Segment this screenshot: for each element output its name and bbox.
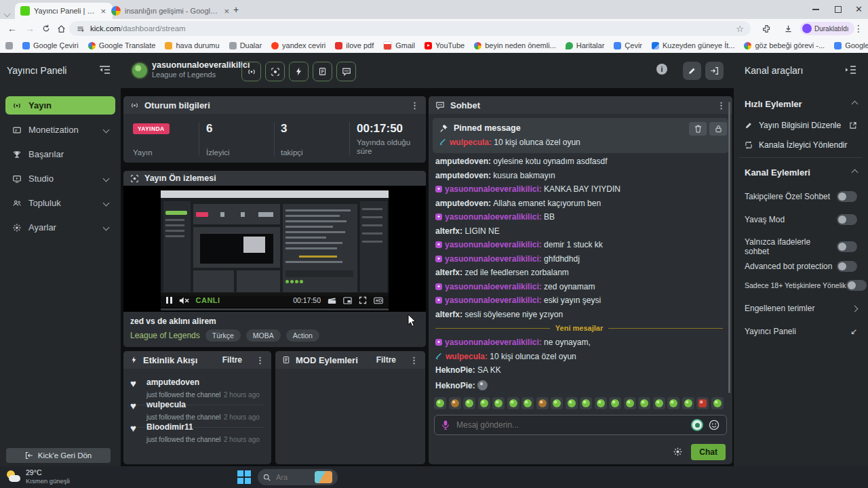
start-button[interactable] <box>237 470 251 484</box>
followers-only-toggle[interactable] <box>837 191 857 202</box>
emote-button[interactable] <box>667 397 679 409</box>
microphone-icon[interactable] <box>441 420 450 430</box>
collapse-right-panel-button[interactable] <box>705 62 724 80</box>
bookmark[interactable]: Haritalar <box>566 41 605 49</box>
bot-protection-toggle[interactable] <box>837 261 857 272</box>
emote-button[interactable] <box>463 397 475 409</box>
bookmark[interactable]: Çevir <box>614 41 642 49</box>
emote-button[interactable] <box>492 397 505 409</box>
chat-toggle-button[interactable] <box>336 62 356 81</box>
new-tab-button[interactable]: + <box>233 4 239 15</box>
emotes-only-toggle[interactable] <box>837 241 857 252</box>
address-bar[interactable]: kick.com/dashboard/stream ☆ <box>69 21 751 36</box>
bookmark[interactable]: Gmail <box>383 41 415 50</box>
adult-only-toggle[interactable] <box>846 280 867 291</box>
edit-stream-info-item[interactable]: Yayın Bilgisini Düzenle <box>745 121 857 130</box>
emote-button[interactable] <box>536 397 549 409</box>
stream-tag[interactable]: Action <box>286 329 319 342</box>
streamer-avatar[interactable] <box>131 62 149 79</box>
emote-button[interactable] <box>682 397 694 409</box>
category-link[interactable]: League of Legends <box>130 331 200 340</box>
taskbar-search[interactable] <box>258 469 338 485</box>
stream-tag[interactable]: MOBA <box>246 329 281 342</box>
fullscreen-icon[interactable] <box>359 296 367 304</box>
weather-icon[interactable] <box>5 469 22 485</box>
kebab-menu-icon[interactable]: ⋮ <box>256 355 264 365</box>
tools-collapse-icon[interactable] <box>845 65 856 75</box>
emote-button[interactable] <box>653 397 665 409</box>
video-player[interactable]: CANLI 00:17:50 <box>123 186 426 312</box>
taskbar-search-input[interactable] <box>275 472 311 482</box>
emote-button[interactable] <box>551 397 563 409</box>
bookmark[interactable]: hava durumu <box>165 41 219 49</box>
activity-filter-button[interactable]: Filtre <box>222 355 242 365</box>
emote-button[interactable] <box>580 397 592 409</box>
emote-button[interactable] <box>521 397 534 409</box>
window-maximize-button[interactable] <box>835 6 842 13</box>
extensions-icon[interactable] <box>760 22 773 35</box>
emote-button[interactable] <box>449 397 461 409</box>
emote-button[interactable] <box>696 397 709 409</box>
bookmark[interactable]: ilove pdf <box>335 41 374 49</box>
pause-icon[interactable] <box>166 297 172 304</box>
browser-menu-icon[interactable]: ⋮ <box>852 22 865 35</box>
chat-settings-gear-icon[interactable] <box>673 447 683 457</box>
sidebar-item-stream[interactable]: Yayın <box>5 96 115 115</box>
reload-icon[interactable] <box>39 22 53 35</box>
tab-kick-dashboard[interactable]: Yayıncı Paneli | Kick × <box>15 3 113 19</box>
emote-button[interactable] <box>507 397 519 409</box>
emote-button[interactable] <box>624 397 636 409</box>
smiley-emoji-icon[interactable] <box>709 420 719 430</box>
streamer-panel-link[interactable]: Yayıncı Paneli ↙ <box>745 327 857 336</box>
info-icon[interactable]: i <box>656 64 667 75</box>
emote-button[interactable] <box>478 397 490 409</box>
mini-player-icon[interactable] <box>343 297 352 304</box>
muted-speaker-icon[interactable] <box>179 296 189 305</box>
profile-sync-paused-badge[interactable]: Duraklatıldı <box>800 22 854 35</box>
chat-send-button[interactable]: Chat <box>691 444 726 460</box>
emote-button[interactable] <box>711 397 724 409</box>
clip-icon[interactable] <box>328 297 336 304</box>
tab-search-icon[interactable] <box>5 7 9 19</box>
back-icon[interactable]: ← <box>5 22 19 35</box>
sidebar-item-studio[interactable]: Studio <box>5 169 115 188</box>
emote-button[interactable] <box>434 397 446 409</box>
emote-button[interactable] <box>595 397 607 409</box>
kebab-menu-icon[interactable]: ⋮ <box>717 100 726 110</box>
mod-filter-button[interactable]: Filtre <box>376 355 396 365</box>
stream-tag[interactable]: Türkçe <box>205 329 241 342</box>
bookmark-star-icon[interactable]: ☆ <box>736 24 744 34</box>
window-minimize-button[interactable] <box>812 9 819 10</box>
quality-hd-icon[interactable] <box>374 297 383 304</box>
bookmark[interactable]: Kuzeyden güneye İt... <box>652 41 734 49</box>
quick-actions-header[interactable]: Hızlı Eylemler <box>745 99 857 109</box>
kebab-menu-icon[interactable]: ⋮ <box>410 355 418 365</box>
lock-pinned-button[interactable] <box>709 122 727 136</box>
emote-button[interactable] <box>566 397 578 409</box>
chat-message-input[interactable] <box>455 420 686 430</box>
bookmark[interactable]: YouTube <box>425 41 465 49</box>
channel-actions-header[interactable]: Kanal Eylemleri <box>745 167 857 178</box>
emote-button[interactable] <box>609 397 621 409</box>
unpin-button[interactable] <box>689 122 707 136</box>
bookmark[interactable]: Google Translate <box>88 41 156 49</box>
bookmark[interactable]: Dualar <box>229 41 262 49</box>
sidebar-item-monetization[interactable]: Monetization <box>5 121 115 139</box>
site-info-icon[interactable] <box>76 24 85 33</box>
chat-scrollbar[interactable] <box>728 102 730 393</box>
mod-actions-toggle-button[interactable] <box>313 62 332 81</box>
bookmark[interactable]: göz bebeği görevi -... <box>744 41 825 49</box>
emote-button[interactable] <box>638 397 650 409</box>
edit-layout-button[interactable] <box>683 62 701 80</box>
sidebar-item-settings[interactable]: Ayarlar <box>5 218 115 237</box>
sidebar-collapse-icon[interactable] <box>99 65 111 75</box>
activity-feed-toggle-button[interactable] <box>289 62 309 81</box>
preview-toggle-button[interactable] <box>265 62 285 81</box>
window-close-button[interactable]: ✕ <box>855 4 863 14</box>
sidebar-item-community[interactable]: Topluluk <box>5 194 115 212</box>
forward-icon[interactable]: → <box>23 22 37 35</box>
kebab-menu-icon[interactable]: ⋮ <box>410 100 419 110</box>
downloads-icon[interactable] <box>781 22 795 35</box>
kick-emotes-icon[interactable] <box>691 419 703 431</box>
sidebar-item-achievements[interactable]: Başarılar <box>5 145 115 163</box>
